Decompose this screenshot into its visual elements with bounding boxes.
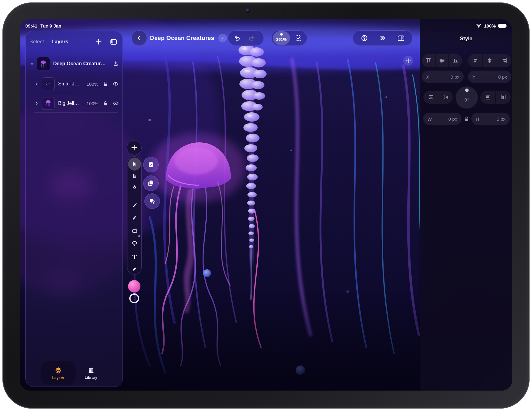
align-bottom-icon <box>452 57 459 64</box>
align-right-button[interactable] <box>497 54 511 67</box>
flip-horizontal-button[interactable] <box>423 91 438 104</box>
flip-vertical-button[interactable] <box>438 91 453 104</box>
marker-icon <box>131 202 138 208</box>
size-lock-button[interactable] <box>463 115 470 122</box>
tool-marker[interactable] <box>128 199 141 212</box>
layer-thumbnail[interactable] <box>37 57 50 70</box>
flip-group <box>423 91 453 104</box>
add-shape-button[interactable] <box>127 140 142 155</box>
add-layer-button[interactable] <box>94 37 103 46</box>
chevron-right-icon[interactable] <box>34 81 40 86</box>
width-field[interactable]: W 0 px <box>423 113 461 125</box>
rotation-dial[interactable]: 0° <box>456 86 478 109</box>
bottom-tab-layers[interactable]: Layers <box>41 361 76 385</box>
left-panel-toggle[interactable] <box>109 37 118 46</box>
align-middle-button[interactable] <box>435 54 449 67</box>
history-pill <box>228 30 264 46</box>
chevron-down-icon[interactable] <box>29 61 35 67</box>
lock-open-icon <box>463 115 470 122</box>
align-top-button[interactable] <box>422 54 435 67</box>
layer-thumbnail[interactable] <box>42 77 55 90</box>
eye-icon[interactable] <box>112 100 119 107</box>
back-button[interactable] <box>131 30 147 46</box>
chevron-right-icon[interactable] <box>34 101 40 106</box>
document-title-group[interactable]: Deep Ocean Creatures <box>150 30 227 46</box>
eye-icon[interactable] <box>112 80 119 87</box>
rotation-value: 0° <box>465 97 469 102</box>
tool-select-cursor[interactable] <box>128 158 141 171</box>
layer-opacity[interactable]: 100% <box>87 101 98 106</box>
product-shot: 09:41 Tue 9 Jan 100% Deep Ocean Creature… <box>0 0 532 411</box>
zoom-level: 361% <box>276 37 287 42</box>
layers-panel-header: Select Layers <box>26 31 122 48</box>
w-value: 0 px <box>448 116 457 122</box>
x-label: X <box>426 74 429 80</box>
tool-lasso[interactable] <box>128 237 141 250</box>
x-position-field[interactable]: X 0 px <box>422 71 464 83</box>
distribute-vertical-button[interactable] <box>480 91 496 104</box>
align-middle-icon <box>439 57 445 64</box>
paste-selection-button[interactable] <box>144 193 160 209</box>
distribute-horizontal-button[interactable] <box>496 91 511 104</box>
tool-eraser[interactable] <box>128 262 141 275</box>
flip-horizontal-icon <box>427 94 434 101</box>
layer-row-small-jellyfish[interactable]: Small J… 100% <box>26 77 122 91</box>
stroke-color-swatch[interactable] <box>129 293 139 303</box>
zoom-level-button[interactable]: 361% <box>273 31 290 45</box>
mic-dot <box>283 10 284 11</box>
tool-pen[interactable] <box>128 181 141 194</box>
tool-brush[interactable] <box>128 211 141 224</box>
layer-row-group[interactable]: Deep Ocean Creatur… <box>26 57 122 71</box>
divider <box>34 73 118 73</box>
tab-layers[interactable]: Layers <box>51 39 68 45</box>
tool-text[interactable]: T <box>128 251 141 264</box>
duplicate-button[interactable] <box>143 175 159 191</box>
clipboard-check-icon <box>147 161 155 168</box>
app-screen: 09:41 Tue 9 Jan 100% Deep Ocean Creature… <box>20 19 512 391</box>
layer-row-big-jellyfish[interactable]: Big Jell… 100% <box>26 96 122 110</box>
w-label: W <box>427 116 432 122</box>
style-panel-title: Style <box>420 36 512 42</box>
download-tray-icon[interactable] <box>112 60 119 67</box>
fill-color-swatch[interactable] <box>128 280 140 292</box>
paste-style-button[interactable] <box>143 157 159 172</box>
front-camera <box>246 8 250 13</box>
utility-pill <box>353 30 413 46</box>
zoom-indicator-dot <box>280 33 283 36</box>
align-horizontal-group <box>468 54 511 67</box>
divider <box>420 110 512 110</box>
cursor-arrow-icon <box>131 161 138 167</box>
redo-button[interactable] <box>244 31 259 45</box>
layer-opacity[interactable]: 100% <box>87 81 98 87</box>
move-cross-icon <box>405 58 411 64</box>
paste-selection-icon <box>148 197 156 205</box>
bottom-tab-library[interactable]: Library <box>78 363 104 383</box>
distribute-vertical-icon <box>484 94 491 101</box>
chevron-left-icon <box>136 35 143 41</box>
undo-button[interactable] <box>230 31 244 45</box>
style-panel: Style <box>420 19 512 391</box>
tool-dock: T <box>127 156 142 275</box>
canvas-move-handle[interactable] <box>403 56 413 66</box>
distribute-group <box>480 91 511 104</box>
align-center-button[interactable] <box>483 54 497 67</box>
forward-button[interactable] <box>375 31 390 45</box>
eraser-icon <box>131 266 138 272</box>
divider <box>34 93 118 93</box>
height-field[interactable]: H 0 px <box>471 113 510 125</box>
align-bottom-button[interactable] <box>449 54 462 67</box>
flip-vertical-icon <box>442 94 449 101</box>
title-menu-button[interactable] <box>218 34 227 42</box>
tab-select[interactable]: Select <box>29 39 44 45</box>
right-panel-toggle[interactable] <box>394 31 408 45</box>
help-button[interactable] <box>357 31 371 45</box>
layer-thumbnail[interactable] <box>42 97 55 110</box>
align-right-icon <box>501 57 508 64</box>
lock-open-icon[interactable] <box>102 80 109 87</box>
select-all-button[interactable] <box>290 31 307 45</box>
y-position-field[interactable]: Y 0 px <box>468 71 511 83</box>
lock-open-icon[interactable] <box>102 100 109 107</box>
align-left-button[interactable] <box>468 54 482 67</box>
bottom-tab-label: Library <box>85 375 97 380</box>
tool-node-select[interactable] <box>128 170 141 183</box>
